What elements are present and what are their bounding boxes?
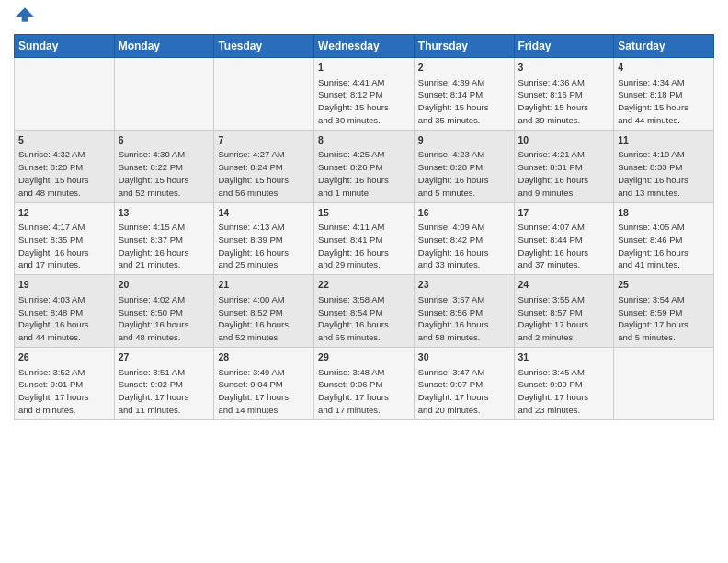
- calendar-cell: 23Sunrise: 3:57 AM Sunset: 8:56 PM Dayli…: [414, 275, 514, 348]
- svg-rect-1: [22, 17, 28, 21]
- cell-content: Sunrise: 4:21 AM Sunset: 8:31 PM Dayligh…: [518, 148, 610, 199]
- cell-content: Sunrise: 3:58 AM Sunset: 8:54 PM Dayligh…: [318, 293, 410, 344]
- day-number: 14: [218, 206, 310, 220]
- calendar-row: 12Sunrise: 4:17 AM Sunset: 8:35 PM Dayli…: [15, 202, 714, 275]
- calendar-cell: 12Sunrise: 4:17 AM Sunset: 8:35 PM Dayli…: [15, 202, 115, 275]
- cell-content: Sunrise: 3:57 AM Sunset: 8:56 PM Dayligh…: [418, 293, 510, 344]
- col-header-thursday: Thursday: [414, 35, 514, 58]
- day-number: 11: [618, 133, 710, 147]
- day-number: 31: [518, 350, 610, 364]
- calendar-cell: 5Sunrise: 4:32 AM Sunset: 8:20 PM Daylig…: [15, 130, 115, 202]
- day-number: 23: [418, 278, 510, 292]
- cell-content: Sunrise: 4:25 AM Sunset: 8:26 PM Dayligh…: [318, 148, 410, 199]
- day-number: 13: [119, 206, 210, 220]
- page: SundayMondayTuesdayWednesdayThursdayFrid…: [0, 0, 728, 563]
- cell-content: Sunrise: 4:03 AM Sunset: 8:48 PM Dayligh…: [18, 293, 110, 344]
- cell-content: Sunrise: 4:41 AM Sunset: 8:12 PM Dayligh…: [318, 76, 410, 127]
- calendar-cell: 16Sunrise: 4:09 AM Sunset: 8:42 PM Dayli…: [414, 202, 514, 275]
- cell-content: Sunrise: 4:36 AM Sunset: 8:16 PM Dayligh…: [518, 76, 610, 127]
- cell-content: Sunrise: 3:45 AM Sunset: 9:09 PM Dayligh…: [518, 366, 610, 417]
- day-number: 26: [18, 350, 110, 364]
- day-number: 6: [119, 133, 210, 147]
- day-number: 16: [418, 206, 510, 220]
- day-number: 19: [18, 278, 110, 292]
- day-number: 5: [18, 133, 110, 147]
- day-number: 4: [618, 61, 710, 75]
- day-number: 29: [318, 350, 410, 364]
- calendar-cell: [15, 58, 115, 131]
- day-number: 9: [418, 133, 510, 147]
- cell-content: Sunrise: 4:02 AM Sunset: 8:50 PM Dayligh…: [119, 293, 210, 344]
- calendar-cell: 1Sunrise: 4:41 AM Sunset: 8:12 PM Daylig…: [314, 58, 415, 131]
- calendar-cell: 9Sunrise: 4:23 AM Sunset: 8:28 PM Daylig…: [414, 130, 514, 202]
- day-number: 17: [518, 206, 610, 220]
- cell-content: Sunrise: 4:00 AM Sunset: 8:52 PM Dayligh…: [218, 293, 310, 344]
- cell-content: Sunrise: 3:47 AM Sunset: 9:07 PM Dayligh…: [418, 366, 510, 417]
- cell-content: Sunrise: 4:39 AM Sunset: 8:14 PM Dayligh…: [418, 76, 510, 127]
- calendar-table: SundayMondayTuesdayWednesdayThursdayFrid…: [14, 34, 714, 420]
- day-number: 20: [119, 278, 210, 292]
- day-number: 27: [119, 350, 210, 364]
- calendar-cell: 27Sunrise: 3:51 AM Sunset: 9:02 PM Dayli…: [114, 348, 214, 420]
- day-number: 18: [618, 206, 710, 220]
- calendar-cell: 10Sunrise: 4:21 AM Sunset: 8:31 PM Dayli…: [514, 130, 614, 202]
- calendar-cell: 11Sunrise: 4:19 AM Sunset: 8:33 PM Dayli…: [614, 130, 714, 202]
- col-header-saturday: Saturday: [614, 35, 714, 58]
- cell-content: Sunrise: 4:32 AM Sunset: 8:20 PM Dayligh…: [18, 148, 110, 199]
- cell-content: Sunrise: 3:49 AM Sunset: 9:04 PM Dayligh…: [218, 366, 310, 417]
- day-number: 3: [518, 61, 610, 75]
- day-number: 10: [518, 133, 610, 147]
- calendar-row: 1Sunrise: 4:41 AM Sunset: 8:12 PM Daylig…: [15, 58, 714, 131]
- calendar-cell: 13Sunrise: 4:15 AM Sunset: 8:37 PM Dayli…: [114, 202, 214, 275]
- day-number: 1: [318, 61, 410, 75]
- day-number: 2: [418, 61, 510, 75]
- day-number: 7: [218, 133, 310, 147]
- cell-content: Sunrise: 3:55 AM Sunset: 8:57 PM Dayligh…: [518, 293, 610, 344]
- col-header-friday: Friday: [514, 35, 614, 58]
- calendar-cell: 18Sunrise: 4:05 AM Sunset: 8:46 PM Dayli…: [614, 202, 714, 275]
- day-number: 12: [18, 206, 110, 220]
- calendar-cell: 17Sunrise: 4:07 AM Sunset: 8:44 PM Dayli…: [514, 202, 614, 275]
- calendar-cell: [114, 58, 214, 131]
- calendar-cell: 15Sunrise: 4:11 AM Sunset: 8:41 PM Dayli…: [314, 202, 415, 275]
- col-header-tuesday: Tuesday: [214, 35, 314, 58]
- day-number: 22: [318, 278, 410, 292]
- cell-content: Sunrise: 3:48 AM Sunset: 9:06 PM Dayligh…: [318, 366, 410, 417]
- cell-content: Sunrise: 4:19 AM Sunset: 8:33 PM Dayligh…: [618, 148, 710, 199]
- calendar-cell: 29Sunrise: 3:48 AM Sunset: 9:06 PM Dayli…: [314, 348, 415, 420]
- calendar-cell: 6Sunrise: 4:30 AM Sunset: 8:22 PM Daylig…: [114, 130, 214, 202]
- calendar-cell: 3Sunrise: 4:36 AM Sunset: 8:16 PM Daylig…: [514, 58, 614, 131]
- cell-content: Sunrise: 3:51 AM Sunset: 9:02 PM Dayligh…: [119, 366, 210, 417]
- day-number: 28: [218, 350, 310, 364]
- col-header-sunday: Sunday: [15, 35, 115, 58]
- calendar-cell: 31Sunrise: 3:45 AM Sunset: 9:09 PM Dayli…: [514, 348, 614, 420]
- calendar-cell: 19Sunrise: 4:03 AM Sunset: 8:48 PM Dayli…: [15, 275, 115, 348]
- cell-content: Sunrise: 4:05 AM Sunset: 8:46 PM Dayligh…: [618, 221, 710, 271]
- calendar-cell: 25Sunrise: 3:54 AM Sunset: 8:59 PM Dayli…: [614, 275, 714, 348]
- calendar-cell: [214, 58, 314, 131]
- logo-icon: [16, 5, 34, 23]
- calendar-row: 19Sunrise: 4:03 AM Sunset: 8:48 PM Dayli…: [15, 275, 714, 348]
- calendar-cell: 28Sunrise: 3:49 AM Sunset: 9:04 PM Dayli…: [214, 348, 314, 420]
- cell-content: Sunrise: 4:13 AM Sunset: 8:39 PM Dayligh…: [218, 221, 310, 271]
- cell-content: Sunrise: 4:34 AM Sunset: 8:18 PM Dayligh…: [618, 76, 710, 127]
- header-row: SundayMondayTuesdayWednesdayThursdayFrid…: [15, 35, 714, 58]
- calendar-cell: 2Sunrise: 4:39 AM Sunset: 8:14 PM Daylig…: [414, 58, 514, 131]
- cell-content: Sunrise: 3:52 AM Sunset: 9:01 PM Dayligh…: [18, 366, 110, 417]
- day-number: 30: [418, 350, 510, 364]
- calendar-cell: 20Sunrise: 4:02 AM Sunset: 8:50 PM Dayli…: [114, 275, 214, 348]
- cell-content: Sunrise: 4:07 AM Sunset: 8:44 PM Dayligh…: [518, 221, 610, 271]
- cell-content: Sunrise: 3:54 AM Sunset: 8:59 PM Dayligh…: [618, 293, 710, 344]
- calendar-cell: 21Sunrise: 4:00 AM Sunset: 8:52 PM Dayli…: [214, 275, 314, 348]
- cell-content: Sunrise: 4:09 AM Sunset: 8:42 PM Dayligh…: [418, 221, 510, 271]
- calendar-row: 26Sunrise: 3:52 AM Sunset: 9:01 PM Dayli…: [15, 348, 714, 420]
- calendar-cell: 30Sunrise: 3:47 AM Sunset: 9:07 PM Dayli…: [414, 348, 514, 420]
- day-number: 15: [318, 206, 410, 220]
- cell-content: Sunrise: 4:30 AM Sunset: 8:22 PM Dayligh…: [119, 148, 210, 199]
- cell-content: Sunrise: 4:15 AM Sunset: 8:37 PM Dayligh…: [119, 221, 210, 271]
- calendar-cell: 4Sunrise: 4:34 AM Sunset: 8:18 PM Daylig…: [614, 58, 714, 131]
- calendar-cell: 8Sunrise: 4:25 AM Sunset: 8:26 PM Daylig…: [314, 130, 415, 202]
- cell-content: Sunrise: 4:23 AM Sunset: 8:28 PM Dayligh…: [418, 148, 510, 199]
- header: [14, 9, 714, 27]
- calendar-row: 5Sunrise: 4:32 AM Sunset: 8:20 PM Daylig…: [15, 130, 714, 202]
